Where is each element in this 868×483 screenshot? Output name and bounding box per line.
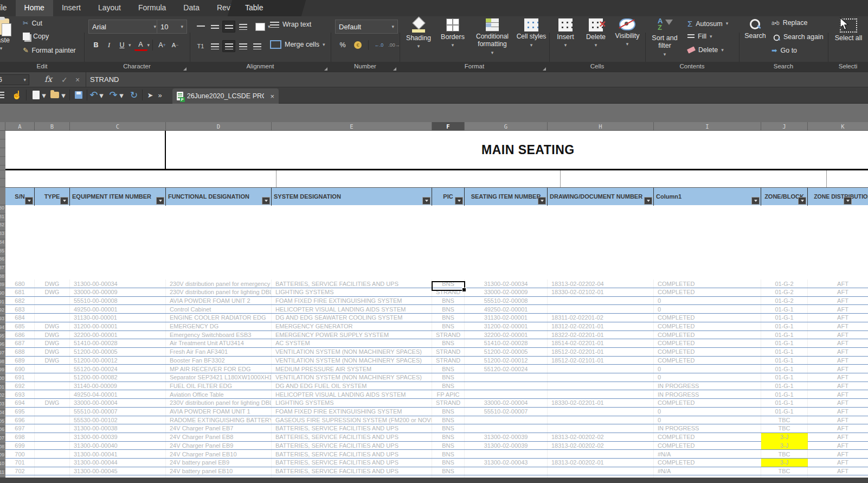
row-header[interactable] <box>0 187 5 205</box>
cell-D696[interactable]: RADOME EXTINGUISHING BATTERY <box>166 416 272 424</box>
cell-G700[interactable] <box>465 450 548 458</box>
insert-cells-button[interactable]: Insert▾ <box>550 17 581 49</box>
cell-B684[interactable] <box>35 314 70 322</box>
cell-K680[interactable]: AFT <box>808 279 868 288</box>
row-header-698[interactable]: 698 <box>0 359 5 367</box>
cell-K691[interactable]: AFT <box>808 373 868 382</box>
title-left-cell[interactable] <box>5 131 166 169</box>
cell-H687[interactable]: 18514-02-02201-01 <box>548 339 654 347</box>
row-header-708[interactable]: 708 <box>0 444 5 453</box>
cell-B689[interactable]: DWG <box>35 356 70 364</box>
cell-G685[interactable]: 31200-02-00001 <box>465 322 548 331</box>
cell-J697[interactable]: TBC <box>761 424 808 433</box>
cell-K683[interactable]: AFT <box>808 305 868 313</box>
cell-H698[interactable]: 18313-02-00202-02 <box>548 433 654 441</box>
cell-E691[interactable]: VENTILATION SYSTEM (NON MACHINERY SPACES… <box>272 373 432 382</box>
shading-button[interactable]: Shading▾ <box>402 17 435 50</box>
cell-H696[interactable] <box>548 416 654 424</box>
cell-B686[interactable]: DWG <box>35 331 70 339</box>
cell-C689[interactable]: 51200-00-00012 <box>70 356 166 364</box>
cell-A692[interactable]: 692 <box>5 382 35 390</box>
cell-A700[interactable]: 700 <box>5 450 35 458</box>
format-painter-button[interactable]: ✎Format painter <box>23 46 76 54</box>
pointer-icon[interactable]: ➤ <box>145 90 155 100</box>
cell-C695[interactable]: 55510-00-00007 <box>70 408 166 416</box>
tab-data[interactable]: Data <box>175 0 208 16</box>
cell-E690[interactable]: MEDIUM PRESSURE AIR SYSTEM <box>272 365 432 373</box>
cell-J681[interactable]: 01-G-2 <box>761 288 808 296</box>
filter-dropdown-icon[interactable] <box>844 197 852 205</box>
row-header[interactable] <box>0 170 5 179</box>
cell-E681[interactable]: LIGHTING SYSTEMS <box>272 288 432 296</box>
cell-F698[interactable]: BNS <box>432 433 465 441</box>
fx-icon[interactable]: fx <box>44 74 52 84</box>
column-header-pic[interactable]: PIC <box>432 188 465 206</box>
row-header-690[interactable]: 690 <box>0 290 5 299</box>
cell-H686[interactable]: 18322-02-02201-01 <box>548 331 654 339</box>
cell-H688[interactable]: 18512-02-02201-01 <box>548 348 654 356</box>
cell-A689[interactable]: 689 <box>5 356 35 364</box>
pre-header-band[interactable] <box>5 170 868 187</box>
cell-C692[interactable]: 31140-00-00009 <box>70 382 166 390</box>
cell-G683[interactable]: 49250-02-00001 <box>465 305 548 313</box>
close-tab-icon[interactable]: × <box>270 92 274 100</box>
column-header-drawing-document-number[interactable]: DRAWING/DOCUMENT NUMBER <box>548 188 654 206</box>
cell-E680[interactable]: BATTERIES, SERVICE FACILITIES AND UPS <box>272 279 432 288</box>
format-dialog-launcher[interactable] <box>543 67 546 71</box>
erase-button[interactable]: Delete▾ <box>687 46 724 54</box>
cell-format-icon[interactable] <box>254 21 267 33</box>
cell-I694[interactable]: COMPLETED <box>654 399 761 407</box>
search-button[interactable]: Search <box>741 17 769 40</box>
cell-F687[interactable]: BNS <box>432 339 465 347</box>
row-header-681[interactable]: 681 <box>0 214 5 223</box>
row-header-711[interactable]: 711 <box>0 469 5 478</box>
cell-E700[interactable]: BATTERIES, SERVICE FACILITIES AND UPS <box>272 450 432 458</box>
cell-C702[interactable]: 31300-00-00045 <box>70 467 166 475</box>
cell-E697[interactable]: BATTERIES, SERVICE FACILITIES AND UPS <box>272 424 432 433</box>
row-header[interactable] <box>0 131 5 139</box>
cell-J693[interactable]: 01-G-1 <box>761 390 808 398</box>
save-icon[interactable] <box>73 90 85 100</box>
cell-I698[interactable]: COMPLETED <box>654 433 761 441</box>
column-letter-K[interactable]: K <box>808 122 868 131</box>
row-header-685[interactable]: 685 <box>0 248 5 257</box>
cell-B690[interactable] <box>35 365 70 373</box>
cell-K700[interactable]: AFT <box>808 450 868 458</box>
row-header-707[interactable]: 707 <box>0 435 5 444</box>
cell-A690[interactable]: 690 <box>5 365 35 373</box>
select-all-corner[interactable] <box>0 122 5 131</box>
undo-dropdown[interactable]: ▾ <box>99 90 104 100</box>
cell-E696[interactable]: GASEOUS FIRE SUPRESSION SYSTEM (FM200 or… <box>272 416 432 424</box>
row-header-692[interactable]: 692 <box>0 307 5 316</box>
italic-button[interactable]: I <box>102 39 115 51</box>
cell-D680[interactable]: 230V distribution panel for emergency li… <box>166 279 272 288</box>
redo-dropdown[interactable]: ▾ <box>119 90 124 100</box>
cell-E683[interactable]: HELICOPTER VISUAL LANDING AIDS SYSTEM <box>272 305 432 313</box>
cell-G682[interactable]: 55510-02-00008 <box>465 296 548 304</box>
cell-C691[interactable]: 51200-00-00082 <box>70 373 166 382</box>
cell-D699[interactable]: 24V Charger Panel EB9 <box>166 441 272 449</box>
cell-E684[interactable]: DG AND EDG SEAWATER COOLING SYSTEM <box>272 314 432 322</box>
cell-F686[interactable]: STRAND <box>432 331 465 339</box>
column-letter-H[interactable]: H <box>548 122 654 131</box>
cell-D691[interactable]: Separator SEP3421 L180XW1000XH100 <box>166 373 272 382</box>
cell-D685[interactable]: EMERGENCY DG <box>166 322 272 331</box>
cell-A697[interactable]: 697 <box>5 424 35 433</box>
cell-I685[interactable]: COMPLETED <box>654 322 761 331</box>
row-header-704[interactable]: 704 <box>0 410 5 418</box>
cell-I702[interactable]: #N/A <box>654 467 761 475</box>
cell-F700[interactable]: BNS <box>432 450 465 458</box>
cell-H700[interactable] <box>548 450 654 458</box>
cell-K686[interactable]: AFT <box>808 331 868 339</box>
cell-C694[interactable]: 33000-00-00004 <box>70 399 166 407</box>
cell-I686[interactable]: COMPLETED <box>654 331 761 339</box>
tab-file[interactable]: File <box>0 0 16 16</box>
number-format-select[interactable]: Default▾ <box>335 20 398 34</box>
cell-G692[interactable] <box>465 382 548 390</box>
tab-formula[interactable]: Formula <box>130 0 175 16</box>
cell-B699[interactable] <box>35 441 70 449</box>
cell-A701[interactable]: 701 <box>5 459 35 467</box>
cell-I695[interactable]: 0 <box>654 408 761 416</box>
column-letter-F[interactable]: F <box>432 122 465 131</box>
filter-dropdown-icon[interactable] <box>455 197 463 205</box>
